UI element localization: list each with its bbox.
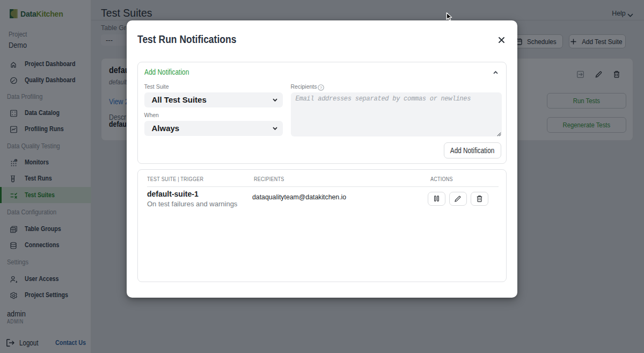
svg-text:?: ? — [320, 85, 323, 90]
